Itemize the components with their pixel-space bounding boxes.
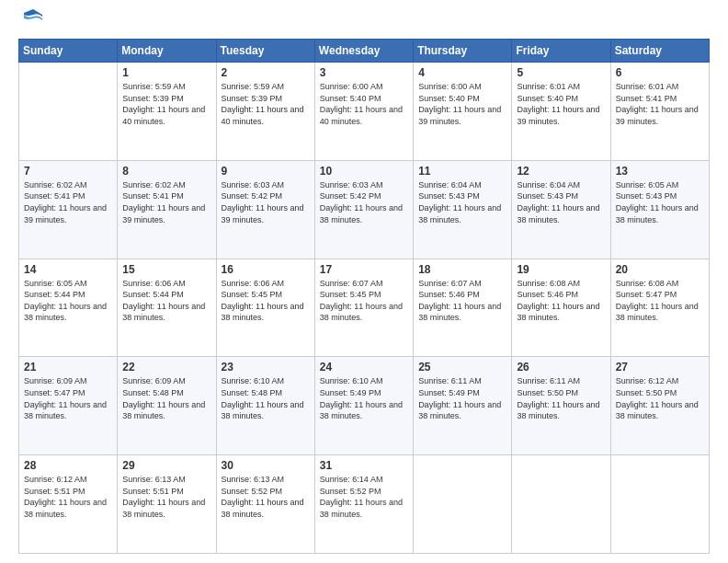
cell-info: Sunrise: 6:05 AMSunset: 5:43 PMDaylight:… (616, 179, 704, 225)
calendar-cell: 21Sunrise: 6:09 AMSunset: 5:47 PMDayligh… (19, 357, 118, 455)
calendar-cell (414, 455, 512, 554)
day-number: 1 (122, 66, 210, 79)
cell-info: Sunrise: 6:10 AMSunset: 5:48 PMDaylight:… (222, 375, 310, 421)
calendar-cell: 17Sunrise: 6:07 AMSunset: 5:45 PMDayligh… (314, 259, 413, 357)
calendar-cell: 16Sunrise: 6:06 AMSunset: 5:45 PMDayligh… (216, 259, 314, 357)
cell-info: Sunrise: 6:10 AMSunset: 5:49 PMDaylight:… (320, 375, 408, 421)
cell-info: Sunrise: 6:04 AMSunset: 5:43 PMDaylight:… (517, 179, 605, 225)
day-number: 16 (222, 263, 310, 276)
calendar-cell: 23Sunrise: 6:10 AMSunset: 5:48 PMDayligh… (216, 357, 314, 455)
cell-info: Sunrise: 6:07 AMSunset: 5:45 PMDaylight:… (320, 278, 408, 324)
logo-icon (22, 7, 44, 29)
day-number: 19 (517, 263, 605, 276)
calendar-cell: 1Sunrise: 5:59 AMSunset: 5:39 PMDaylight… (118, 63, 216, 161)
day-number: 15 (122, 263, 210, 276)
calendar-cell: 4Sunrise: 6:00 AMSunset: 5:40 PMDaylight… (414, 63, 512, 161)
calendar-cell: 7Sunrise: 6:02 AMSunset: 5:41 PMDaylight… (19, 160, 118, 259)
cell-info: Sunrise: 6:12 AMSunset: 5:51 PMDaylight:… (24, 474, 112, 520)
weekday-header-saturday: Saturday (610, 40, 709, 63)
day-number: 4 (418, 66, 506, 79)
day-number: 7 (24, 165, 112, 178)
calendar-cell: 31Sunrise: 6:14 AMSunset: 5:52 PMDayligh… (314, 455, 413, 554)
calendar-cell (19, 63, 118, 161)
weekday-header-wednesday: Wednesday (314, 40, 413, 63)
cell-info: Sunrise: 6:02 AMSunset: 5:41 PMDaylight:… (122, 179, 210, 225)
calendar-cell: 6Sunrise: 6:01 AMSunset: 5:41 PMDaylight… (610, 63, 709, 161)
header (18, 15, 710, 29)
day-number: 27 (616, 361, 704, 373)
calendar-cell: 29Sunrise: 6:13 AMSunset: 5:51 PMDayligh… (118, 455, 216, 554)
calendar-cell: 25Sunrise: 6:11 AMSunset: 5:49 PMDayligh… (414, 357, 512, 455)
day-number: 8 (122, 165, 210, 178)
day-number: 28 (24, 459, 112, 472)
cell-info: Sunrise: 6:08 AMSunset: 5:46 PMDaylight:… (517, 278, 605, 324)
day-number: 13 (616, 165, 704, 178)
day-number: 29 (122, 459, 210, 472)
calendar-cell: 2Sunrise: 5:59 AMSunset: 5:39 PMDaylight… (216, 63, 314, 161)
cell-info: Sunrise: 6:13 AMSunset: 5:51 PMDaylight:… (122, 474, 210, 520)
cell-info: Sunrise: 6:07 AMSunset: 5:46 PMDaylight:… (418, 278, 506, 324)
day-number: 22 (122, 361, 210, 373)
calendar-cell: 14Sunrise: 6:05 AMSunset: 5:44 PMDayligh… (19, 259, 118, 357)
cell-info: Sunrise: 6:14 AMSunset: 5:52 PMDaylight:… (320, 474, 408, 520)
cell-info: Sunrise: 6:04 AMSunset: 5:43 PMDaylight:… (418, 179, 506, 225)
calendar-cell: 20Sunrise: 6:08 AMSunset: 5:47 PMDayligh… (610, 259, 709, 357)
day-number: 5 (517, 66, 605, 79)
cell-info: Sunrise: 6:06 AMSunset: 5:45 PMDaylight:… (222, 278, 310, 324)
day-number: 24 (320, 361, 408, 373)
calendar-cell: 3Sunrise: 6:00 AMSunset: 5:40 PMDaylight… (314, 63, 413, 161)
cell-info: Sunrise: 5:59 AMSunset: 5:39 PMDaylight:… (122, 81, 210, 127)
cell-info: Sunrise: 6:02 AMSunset: 5:41 PMDaylight:… (24, 179, 112, 225)
calendar-cell: 27Sunrise: 6:12 AMSunset: 5:50 PMDayligh… (610, 357, 709, 455)
cell-info: Sunrise: 6:03 AMSunset: 5:42 PMDaylight:… (222, 179, 310, 225)
calendar-cell: 26Sunrise: 6:11 AMSunset: 5:50 PMDayligh… (512, 357, 610, 455)
cell-info: Sunrise: 6:11 AMSunset: 5:50 PMDaylight:… (517, 375, 605, 421)
calendar-cell: 24Sunrise: 6:10 AMSunset: 5:49 PMDayligh… (314, 357, 413, 455)
day-number: 23 (222, 361, 310, 373)
cell-info: Sunrise: 6:01 AMSunset: 5:41 PMDaylight:… (616, 81, 704, 127)
cell-info: Sunrise: 6:09 AMSunset: 5:48 PMDaylight:… (122, 375, 210, 421)
day-number: 30 (222, 459, 310, 472)
cell-info: Sunrise: 6:00 AMSunset: 5:40 PMDaylight:… (320, 81, 408, 127)
weekday-header-tuesday: Tuesday (216, 40, 314, 63)
day-number: 12 (517, 165, 605, 178)
day-number: 21 (24, 361, 112, 373)
calendar-week-5: 28Sunrise: 6:12 AMSunset: 5:51 PMDayligh… (19, 455, 710, 554)
weekday-header-friday: Friday (512, 40, 610, 63)
calendar-cell: 18Sunrise: 6:07 AMSunset: 5:46 PMDayligh… (414, 259, 512, 357)
day-number: 20 (616, 263, 704, 276)
day-number: 31 (320, 459, 408, 472)
calendar-page: SundayMondayTuesdayWednesdayThursdayFrid… (0, 0, 728, 563)
cell-info: Sunrise: 6:11 AMSunset: 5:49 PMDaylight:… (418, 375, 506, 421)
calendar-cell: 5Sunrise: 6:01 AMSunset: 5:40 PMDaylight… (512, 63, 610, 161)
cell-info: Sunrise: 6:06 AMSunset: 5:44 PMDaylight:… (122, 278, 210, 324)
day-number: 3 (320, 66, 408, 79)
cell-info: Sunrise: 6:00 AMSunset: 5:40 PMDaylight:… (418, 81, 506, 127)
day-number: 2 (222, 66, 310, 79)
cell-info: Sunrise: 6:01 AMSunset: 5:40 PMDaylight:… (517, 81, 605, 127)
cell-info: Sunrise: 6:12 AMSunset: 5:50 PMDaylight:… (616, 375, 704, 421)
calendar-cell: 30Sunrise: 6:13 AMSunset: 5:52 PMDayligh… (216, 455, 314, 554)
calendar-week-4: 21Sunrise: 6:09 AMSunset: 5:47 PMDayligh… (19, 357, 710, 455)
calendar-cell: 22Sunrise: 6:09 AMSunset: 5:48 PMDayligh… (118, 357, 216, 455)
calendar-cell: 12Sunrise: 6:04 AMSunset: 5:43 PMDayligh… (512, 160, 610, 259)
calendar-table: SundayMondayTuesdayWednesdayThursdayFrid… (18, 39, 710, 554)
calendar-cell: 15Sunrise: 6:06 AMSunset: 5:44 PMDayligh… (118, 259, 216, 357)
day-number: 25 (418, 361, 506, 373)
cell-info: Sunrise: 6:09 AMSunset: 5:47 PMDaylight:… (24, 375, 112, 421)
calendar-cell: 11Sunrise: 6:04 AMSunset: 5:43 PMDayligh… (414, 160, 512, 259)
cell-info: Sunrise: 6:13 AMSunset: 5:52 PMDaylight:… (222, 474, 310, 520)
calendar-cell: 28Sunrise: 6:12 AMSunset: 5:51 PMDayligh… (19, 455, 118, 554)
day-number: 26 (517, 361, 605, 373)
day-number: 11 (418, 165, 506, 178)
cell-info: Sunrise: 6:08 AMSunset: 5:47 PMDaylight:… (616, 278, 704, 324)
calendar-cell (512, 455, 610, 554)
calendar-week-1: 1Sunrise: 5:59 AMSunset: 5:39 PMDaylight… (19, 63, 710, 161)
calendar-cell: 19Sunrise: 6:08 AMSunset: 5:46 PMDayligh… (512, 259, 610, 357)
calendar-cell: 9Sunrise: 6:03 AMSunset: 5:42 PMDaylight… (216, 160, 314, 259)
day-number: 14 (24, 263, 112, 276)
cell-info: Sunrise: 6:03 AMSunset: 5:42 PMDaylight:… (320, 179, 408, 225)
weekday-header-thursday: Thursday (414, 40, 512, 63)
weekday-header-row: SundayMondayTuesdayWednesdayThursdayFrid… (19, 40, 710, 63)
cell-info: Sunrise: 6:05 AMSunset: 5:44 PMDaylight:… (24, 278, 112, 324)
